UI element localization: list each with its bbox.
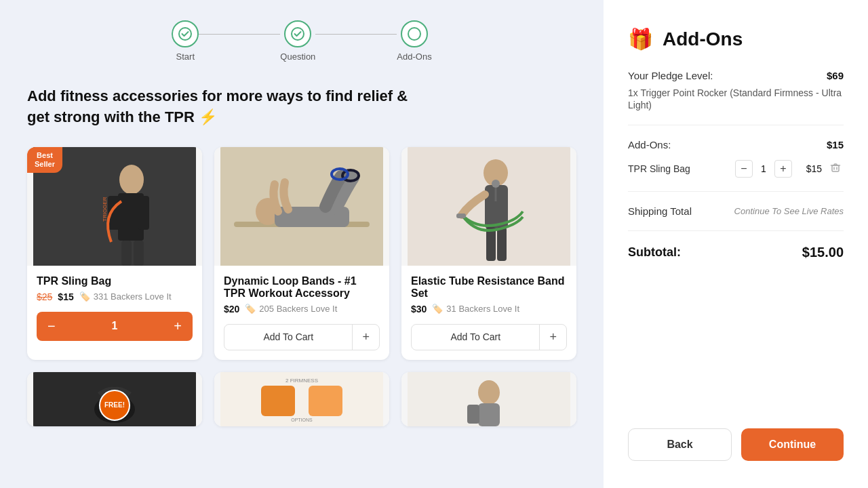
product-name-3: Elastic Tube Resistance Band Set [411, 275, 567, 300]
svg-rect-9 [134, 241, 144, 266]
svg-rect-28 [261, 386, 295, 416]
svg-point-22 [492, 180, 500, 188]
subtotal-row: Subtotal: $15.00 [628, 245, 844, 260]
addon-qty-control[interactable]: − 1 + [735, 160, 792, 178]
addons-total: $15 [827, 139, 844, 150]
product-pricing-1: $25 $15 🏷️ 331 Backers Love It [37, 291, 193, 302]
panel-title: Add-Ons [663, 28, 743, 50]
svg-rect-36 [832, 165, 839, 171]
product-card-loop-bands: Dynamic Loop Bands - #1 TPR Workout Acce… [214, 147, 389, 360]
product-pricing-2: $20 🏷️ 205 Backers Love It [224, 304, 380, 314]
bottom-card-2: 2 FIRMNESS OPTIONS [214, 372, 389, 426]
addon-qty-increase[interactable]: + [774, 160, 792, 178]
addons-label: Add-Ons: [628, 139, 671, 150]
product-actions-2[interactable]: Add To Cart + [224, 324, 380, 350]
step-question: Question [280, 20, 315, 62]
svg-text:TRIGGER: TRIGGER [102, 197, 108, 222]
svg-text:OPTIONS: OPTIONS [291, 418, 313, 422]
pledge-description: 1x Trigger Point Rocker (Standard Firmne… [628, 87, 842, 110]
product-actions-1[interactable]: − 1 + [37, 312, 193, 341]
stepper: Start Question Add-Ons [27, 20, 576, 62]
bottom-img-person [401, 372, 576, 426]
product-info-3: Elastic Tube Resistance Band Set $30 🏷️ … [401, 266, 576, 360]
backers-text-1: 331 Backers Love It [94, 291, 172, 302]
svg-rect-34 [478, 403, 500, 426]
step-label-start: Start [176, 52, 195, 62]
addons-section: Add-Ons: $15 TPR Sling Bag − 1 + $15 [628, 139, 844, 192]
bottom-product-row: FREE! 2 FIRMNESS OPTIONS [27, 372, 576, 426]
product-info-1: TPR Sling Bag $25 $15 🏷️ 331 Backers Lov… [27, 266, 202, 350]
product-name-2: Dynamic Loop Bands - #1 TPR Workout Acce… [224, 275, 380, 300]
free-badge: FREE! [99, 390, 130, 421]
svg-rect-21 [497, 227, 507, 261]
svg-rect-29 [309, 386, 342, 416]
addon-delete-btn[interactable] [827, 161, 844, 177]
product-card-tpr-sling-bag: BestSeller TRIGGER TPR Sling [27, 147, 202, 360]
continue-button[interactable]: Continue [741, 428, 844, 461]
product-grid: BestSeller TRIGGER TPR Sling [27, 147, 576, 360]
addon-item-row: TPR Sling Bag − 1 + $15 [628, 160, 844, 178]
add-to-cart-row-3[interactable]: Add To Cart + [411, 324, 567, 350]
product-image-container-1: BestSeller TRIGGER [27, 147, 202, 266]
step-circle-addons [401, 20, 428, 47]
svg-point-1 [292, 28, 304, 40]
price-only-3: $30 [411, 304, 427, 314]
action-buttons: Back Continue [628, 428, 844, 461]
step-connector-1 [199, 34, 280, 35]
bottom-img-orange: 2 FIRMNESS OPTIONS [214, 372, 389, 426]
add-plus-btn-2[interactable]: + [352, 325, 379, 350]
svg-rect-8 [121, 241, 132, 266]
product-image-container-3 [401, 147, 576, 266]
step-label-addons: Add-Ons [397, 52, 431, 62]
pledge-row: Your Pledge Level: $69 [628, 70, 844, 81]
right-panel: 🎁 Add-Ons Your Pledge Level: $69 1x Trig… [604, 0, 868, 488]
panel-emoji: 🎁 [628, 27, 653, 51]
backers-text-3: 31 Backers Love It [446, 304, 519, 314]
add-plus-btn-3[interactable]: + [539, 325, 566, 350]
price-only-2: $20 [224, 304, 239, 314]
shipping-note: Continue To See Live Rates [734, 206, 844, 216]
step-circle-question [284, 20, 311, 47]
add-to-cart-btn-3[interactable]: Add To Cart [412, 325, 539, 349]
shipping-section: Shipping Total Continue To See Live Rate… [628, 205, 844, 231]
product-actions-3[interactable]: Add To Cart + [411, 324, 567, 350]
addons-header-row: Add-Ons: $15 [628, 139, 844, 150]
add-to-cart-row-2[interactable]: Add To Cart + [224, 324, 380, 350]
best-seller-badge: BestSeller [27, 147, 62, 173]
svg-rect-35 [467, 405, 479, 424]
pledge-section: Your Pledge Level: $69 1x Trigger Point … [628, 70, 844, 125]
bottom-image-2: 2 FIRMNESS OPTIONS [214, 372, 389, 426]
backers-1: 🏷️ 331 Backers Love It [79, 291, 172, 302]
pledge-amount: $69 [827, 70, 844, 81]
step-connector-2 [315, 34, 397, 35]
product-pricing-3: $30 🏷️ 31 Backers Love It [411, 304, 567, 314]
back-button[interactable]: Back [628, 428, 732, 461]
quantity-control-1[interactable]: − 1 + [37, 312, 193, 341]
addon-qty-decrease[interactable]: − [735, 160, 753, 178]
svg-rect-24 [456, 214, 466, 218]
backers-text-2: 205 Backers Love It [259, 304, 337, 314]
add-to-cart-btn-2[interactable]: Add To Cart [224, 325, 352, 349]
shipping-row: Shipping Total Continue To See Live Rate… [628, 205, 844, 217]
bottom-image-1: FREE! [27, 372, 202, 426]
qty-increase-1[interactable]: + [163, 312, 193, 341]
product-card-elastic-tube: Elastic Tube Resistance Band Set $30 🏷️ … [401, 147, 576, 360]
addon-price: $15 [797, 163, 822, 174]
svg-point-4 [119, 165, 144, 195]
product-image-band [401, 147, 576, 266]
backers-icon-3: 🏷️ [432, 304, 443, 314]
step-addons: Add-Ons [397, 20, 431, 62]
backers-2: 🏷️ 205 Backers Love It [245, 304, 337, 314]
product-info-2: Dynamic Loop Bands - #1 TPR Workout Acce… [214, 266, 389, 360]
qty-value-1: 1 [66, 320, 163, 332]
left-panel: Start Question Add-Ons Add fitness acces… [0, 0, 604, 488]
product-image-loop [214, 147, 389, 266]
svg-text:2 FIRMNESS: 2 FIRMNESS [285, 378, 318, 384]
subtotal-label: Subtotal: [628, 245, 681, 260]
qty-decrease-1[interactable]: − [37, 312, 66, 341]
step-start: Start [172, 20, 199, 62]
backers-icon-2: 🏷️ [245, 304, 256, 314]
price-original-1: $25 [37, 291, 52, 302]
svg-point-0 [179, 28, 191, 40]
svg-rect-11 [220, 147, 383, 266]
